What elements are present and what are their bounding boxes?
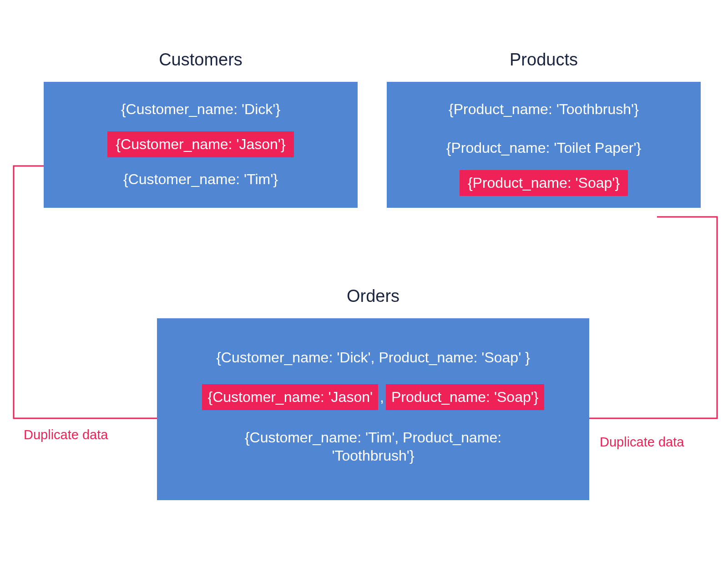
orders-row-1-left-highlight: {Customer_name: 'Jason' bbox=[202, 384, 378, 410]
duplicate-label-left: Duplicate data bbox=[24, 427, 108, 442]
orders-row-1-right-highlight: Product_name: 'Soap'} bbox=[386, 384, 544, 410]
orders-row-1: {Customer_name: 'Jason',Product_name: 'S… bbox=[157, 382, 589, 412]
customers-row-1-highlight: {Customer_name: 'Jason'} bbox=[107, 131, 293, 157]
orders-row-1-separator: , bbox=[378, 389, 386, 405]
products-row-1: {Product_name: 'Toilet Paper'} bbox=[387, 131, 701, 165]
orders-box: {Customer_name: 'Dick', Product_name: 'S… bbox=[157, 318, 589, 500]
customers-row-2: {Customer_name: 'Tim'} bbox=[44, 163, 358, 196]
customers-title: Customers bbox=[44, 50, 358, 70]
products-row-2-highlight: {Product_name: 'Soap'} bbox=[460, 170, 628, 196]
duplicate-label-right: Duplicate data bbox=[600, 435, 684, 450]
products-title: Products bbox=[387, 50, 701, 70]
products-box: {Product_name: 'Toothbrush'} {Product_na… bbox=[387, 82, 701, 208]
customers-box: {Customer_name: 'Dick'} {Customer_name: … bbox=[44, 82, 358, 208]
orders-title: Orders bbox=[157, 286, 589, 306]
customers-row-0: {Customer_name: 'Dick'} bbox=[44, 93, 358, 126]
orders-row-0: {Customer_name: 'Dick', Product_name: 'S… bbox=[157, 341, 589, 374]
orders-row-2: {Customer_name: 'Tim', Product_name: 'To… bbox=[157, 420, 589, 473]
products-row-0: {Product_name: 'Toothbrush'} bbox=[387, 93, 701, 126]
